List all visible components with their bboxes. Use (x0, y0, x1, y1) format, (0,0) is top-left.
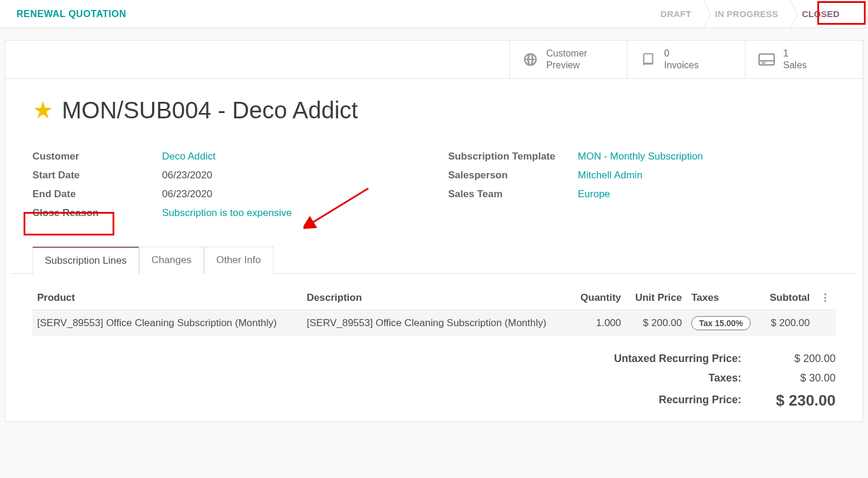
sales-button[interactable]: 1 Sales (745, 41, 863, 78)
status-draft[interactable]: DRAFT (649, 0, 703, 28)
untaxed-value: $ 200.00 (771, 353, 836, 365)
start-date-value: 06/23/2020 (162, 170, 212, 181)
invoices-label: Invoices (664, 59, 699, 71)
cell-subtotal: $ 200.00 (761, 310, 814, 337)
star-icon[interactable]: ★ (32, 97, 54, 124)
invoices-count: 0 (664, 48, 699, 59)
customer-label: Customer (32, 151, 162, 162)
customer-preview-button[interactable]: Customer Preview (509, 41, 627, 78)
cell-taxes: Tax 15.00% (687, 310, 761, 337)
record-title: MON/SUB004 - Deco Addict (62, 97, 358, 124)
col-subtotal: Subtotal (761, 286, 814, 310)
tab-bar: Subscription Lines Changes Other Info (11, 246, 857, 274)
col-options-icon[interactable]: ⋮ (814, 286, 836, 310)
col-unit-price: Unit Price (626, 286, 687, 310)
status-bar: DRAFT IN PROGRESS CLOSED (649, 0, 852, 28)
left-fields: Customer Deco Addict Start Date 06/23/20… (32, 147, 420, 223)
globe-icon (523, 52, 538, 67)
right-fields: Subscription Template MON - Monthly Subs… (448, 147, 836, 223)
close-reason-label: Close Reason (32, 207, 162, 219)
status-in-progress[interactable]: IN PROGRESS (703, 0, 790, 28)
totals-section: Untaxed Recurring Price: $ 200.00 Taxes:… (32, 353, 836, 410)
subscription-lines-table: Product Description Quantity Unit Price … (32, 274, 836, 336)
main-content: ★ MON/SUB004 - Deco Addict Customer Deco… (5, 79, 863, 421)
book-icon (641, 52, 656, 67)
customer-preview-label-2: Preview (546, 59, 587, 71)
form-sheet: Customer Preview 0 Invoices 1 Sales (5, 40, 863, 422)
renewal-quotation-button[interactable]: RENEWAL QUOTATION (16, 9, 126, 19)
close-reason-value[interactable]: Subscription is too expensive (162, 207, 292, 219)
col-taxes: Taxes (687, 286, 761, 310)
subscription-template-value[interactable]: MON - Monthly Subscription (578, 151, 704, 162)
sales-count: 1 (783, 48, 807, 59)
tab-subscription-lines[interactable]: Subscription Lines (32, 247, 139, 274)
invoices-button[interactable]: 0 Invoices (627, 41, 745, 78)
sales-label: Sales (783, 59, 807, 71)
salesperson-label: Salesperson (448, 170, 578, 181)
sales-team-value[interactable]: Europe (578, 188, 610, 200)
top-bar: RENEWAL QUOTATION DRAFT IN PROGRESS CLOS… (0, 0, 868, 28)
stat-buttons-row: Customer Preview 0 Invoices 1 Sales (5, 41, 863, 79)
taxes-total-value: $ 30.00 (771, 372, 836, 384)
salesperson-value[interactable]: Mitchell Admin (578, 170, 643, 181)
start-date-label: Start Date (32, 170, 162, 181)
cell-description: [SERV_89553] Office Cleaning Subscriptio… (302, 310, 572, 337)
table-row[interactable]: [SERV_89553] Office Cleaning Subscriptio… (32, 310, 836, 337)
tab-changes[interactable]: Changes (139, 247, 204, 274)
svg-rect-0 (759, 54, 774, 65)
col-product: Product (32, 286, 302, 310)
end-date-value: 06/23/2020 (162, 188, 212, 200)
col-quantity: Quantity (572, 286, 626, 310)
customer-preview-label-1: Customer (546, 48, 587, 59)
col-description: Description (302, 286, 572, 310)
status-closed[interactable]: CLOSED (790, 0, 852, 28)
cell-quantity: 1.000 (572, 310, 626, 337)
sales-team-label: Sales Team (448, 188, 578, 200)
customer-value[interactable]: Deco Addict (162, 151, 216, 162)
tab-other-info[interactable]: Other Info (204, 247, 273, 274)
taxes-total-label: Taxes: (612, 372, 741, 384)
untaxed-label: Untaxed Recurring Price: (612, 353, 741, 365)
cell-product: [SERV_89553] Office Cleaning Subscriptio… (32, 310, 302, 337)
cell-unit-price: $ 200.00 (626, 310, 687, 337)
recurring-price-value: $ 230.00 (771, 391, 836, 410)
recurring-price-label: Recurring Price: (612, 391, 741, 410)
subscription-template-label: Subscription Template (448, 151, 578, 162)
end-date-label: End Date (32, 188, 162, 200)
tax-pill[interactable]: Tax 15.00% (691, 316, 750, 330)
credit-card-icon (758, 53, 775, 66)
